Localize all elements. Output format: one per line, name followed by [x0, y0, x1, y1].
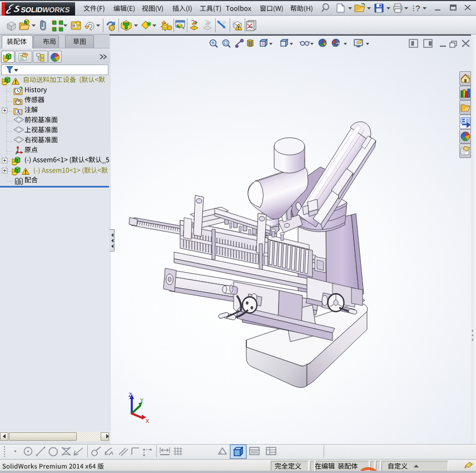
svg-text:A: A	[16, 110, 20, 115]
svg-text:SOLIDWORKS: SOLIDWORKS	[20, 6, 71, 14]
